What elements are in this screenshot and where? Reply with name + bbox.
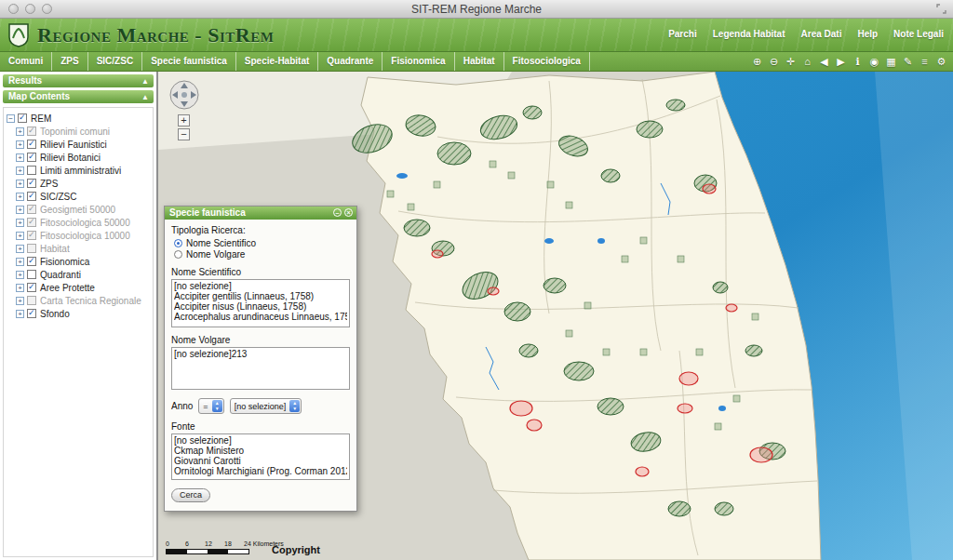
layer-item-sic-zsc[interactable]: + SIC/ZSC	[16, 190, 150, 203]
layer-item-quadranti[interactable]: + Quadranti	[16, 268, 150, 281]
link-note-legali[interactable]: Note Legali	[893, 29, 944, 39]
layer-checkbox[interactable]	[27, 218, 36, 227]
expand-node-icon[interactable]: +	[16, 167, 24, 175]
zoom-out-button[interactable]: −	[178, 128, 190, 140]
layer-checkbox[interactable]	[27, 257, 36, 266]
layer-item-geosigmeti[interactable]: + Geosigmeti 50000	[16, 203, 150, 216]
stepper-arrows-icon[interactable]: ▲▼	[212, 400, 222, 412]
link-legenda-habitat[interactable]: Legenda Habitat	[713, 29, 785, 39]
minimize-window-icon[interactable]	[25, 4, 35, 14]
layer-item-fitosociologica-50000[interactable]: + Fitosociologica 50000	[16, 216, 150, 229]
tab-sic-zsc[interactable]: SIC/ZSC	[88, 52, 142, 71]
radio-nome-scientifico[interactable]: Nome Scientifico	[174, 237, 350, 248]
anno-operator-select[interactable]: = ▲▼	[198, 398, 223, 414]
zoom-in-icon[interactable]: ⊕	[750, 55, 764, 69]
list-option[interactable]: [no selezione]	[174, 435, 347, 446]
layer-checkbox[interactable]	[27, 166, 36, 175]
close-window-icon[interactable]	[8, 4, 19, 14]
dialog-minimize-icon[interactable]: –	[333, 208, 342, 217]
link-area-dati[interactable]: Area Dati	[801, 29, 842, 39]
map-contents-panel-header[interactable]: Map Contents ▲	[3, 90, 154, 103]
identify-icon[interactable]: ℹ	[851, 55, 865, 69]
list-option[interactable]: Acrocephalus arundinaceus Linnaeus, 1758	[174, 312, 347, 322]
layer-item-rilievi-faunistici[interactable]: + Rilievi Faunistici	[16, 138, 150, 151]
layer-checkbox[interactable]	[18, 113, 27, 123]
radio-nome-volgare[interactable]: Nome Volgare	[174, 248, 350, 260]
layer-checkbox[interactable]	[27, 140, 36, 149]
draw-icon[interactable]: ✎	[901, 55, 915, 69]
layer-checkbox[interactable]	[27, 205, 36, 214]
layer-checkbox[interactable]	[27, 283, 36, 292]
layer-item-toponimi[interactable]: + Toponimi comuni	[16, 125, 150, 138]
dialog-close-icon[interactable]: ×	[344, 208, 353, 217]
dialog-titlebar[interactable]: Specie faunistica – ×	[165, 207, 356, 220]
list-option[interactable]: Accipiter nisus (Linnaeus, 1758)	[174, 301, 347, 312]
map-viewport[interactable]: + − Specie faunistica – × Tipologia Rice…	[158, 72, 953, 560]
expand-node-icon[interactable]: +	[16, 258, 24, 266]
settings-icon[interactable]: ⚙	[934, 55, 948, 69]
layers-icon[interactable]: ≡	[918, 55, 932, 69]
zoom-window-icon[interactable]	[42, 4, 52, 14]
layer-checkbox[interactable]	[27, 127, 36, 136]
tab-comuni[interactable]: Comuni	[0, 52, 52, 71]
collapse-icon[interactable]: ▲	[141, 75, 149, 88]
expand-node-icon[interactable]: +	[16, 219, 24, 227]
layer-checkbox[interactable]	[27, 153, 36, 162]
layer-checkbox[interactable]	[27, 231, 36, 240]
zoom-out-icon[interactable]: ⊖	[767, 55, 781, 69]
radio-icon[interactable]	[174, 250, 182, 259]
fonte-listbox[interactable]: [no selezione] Ckmap Ministero Giovanni …	[171, 433, 350, 480]
tab-specie-habitat[interactable]: Specie-Habitat	[236, 52, 318, 71]
expand-node-icon[interactable]: +	[16, 232, 24, 240]
layer-item-sfondo[interactable]: + Sfondo	[16, 307, 150, 320]
layer-item-fisionomica[interactable]: + Fisionomica	[16, 255, 150, 268]
nome-volgare-listbox[interactable]: [no selezione]213	[171, 347, 350, 390]
expand-node-icon[interactable]: +	[16, 127, 24, 136]
radio-icon[interactable]	[174, 239, 182, 247]
measure-icon[interactable]: ▦	[884, 55, 898, 69]
tab-specie-faunistica[interactable]: Specie faunistica	[142, 52, 236, 71]
expand-node-icon[interactable]: +	[16, 271, 24, 279]
expand-node-icon[interactable]: +	[16, 206, 24, 214]
list-option[interactable]: Ornitologi Marchigiani (Prog. Corman 201…	[174, 466, 347, 476]
tab-fisionomica[interactable]: Fisionomica	[383, 52, 454, 71]
layer-item-habitat[interactable]: + Habitat	[16, 242, 150, 255]
layer-item-rem[interactable]: − REM	[7, 112, 150, 125]
list-option[interactable]: Ckmap Ministero	[174, 446, 347, 456]
layer-checkbox[interactable]	[27, 244, 36, 253]
link-parchi[interactable]: Parchi	[668, 29, 697, 39]
tab-zps[interactable]: ZPS	[52, 52, 87, 71]
list-option[interactable]: [no selezione]	[174, 281, 347, 291]
layer-checkbox[interactable]	[27, 309, 36, 318]
layer-item-carta-tecnica[interactable]: + Carta Tecnica Regionale	[16, 294, 150, 307]
expand-node-icon[interactable]: +	[16, 180, 24, 188]
expand-node-icon[interactable]: +	[16, 245, 24, 253]
results-panel-header[interactable]: Results ▲	[3, 74, 154, 87]
expand-node-icon[interactable]: +	[16, 193, 24, 201]
layer-item-aree-protette[interactable]: + Aree Protette	[16, 281, 150, 294]
list-option[interactable]: Accipiter gentilis (Linnaeus, 1758)	[174, 291, 347, 301]
layer-checkbox[interactable]	[27, 296, 36, 305]
layer-checkbox[interactable]	[27, 192, 36, 201]
expand-node-icon[interactable]: +	[16, 310, 24, 318]
layer-item-rilievi-botanici[interactable]: + Rilievi Botanici	[16, 151, 150, 164]
collapse-icon[interactable]: ▲	[141, 91, 149, 104]
tab-fitosociologica[interactable]: Fitosociologica	[504, 52, 590, 71]
anno-value-select[interactable]: [no selezione] ▲▼	[230, 398, 302, 414]
expand-node-icon[interactable]: +	[16, 153, 24, 162]
layer-item-fitosociologica-10000[interactable]: + Fitosociologica 10000	[16, 229, 150, 242]
previous-extent-icon[interactable]: ◀	[817, 55, 831, 69]
layer-item-zps[interactable]: + ZPS	[16, 177, 150, 190]
full-extent-icon[interactable]: ⌂	[800, 55, 814, 69]
stepper-arrows-icon[interactable]: ▲▼	[289, 400, 300, 412]
select-icon[interactable]: ◉	[867, 55, 881, 69]
layer-item-limiti-amministrativi[interactable]: + Limiti amministrativi	[16, 164, 150, 177]
layer-checkbox[interactable]	[27, 270, 36, 279]
list-option[interactable]: Giovanni Carotti	[174, 456, 347, 466]
next-extent-icon[interactable]: ▶	[834, 55, 848, 69]
link-help[interactable]: Help	[857, 29, 878, 39]
expand-node-icon[interactable]: +	[16, 284, 24, 292]
pan-compass[interactable]	[168, 78, 201, 112]
cerca-button[interactable]: Cerca	[171, 488, 210, 502]
tab-habitat[interactable]: Habitat	[455, 52, 504, 71]
